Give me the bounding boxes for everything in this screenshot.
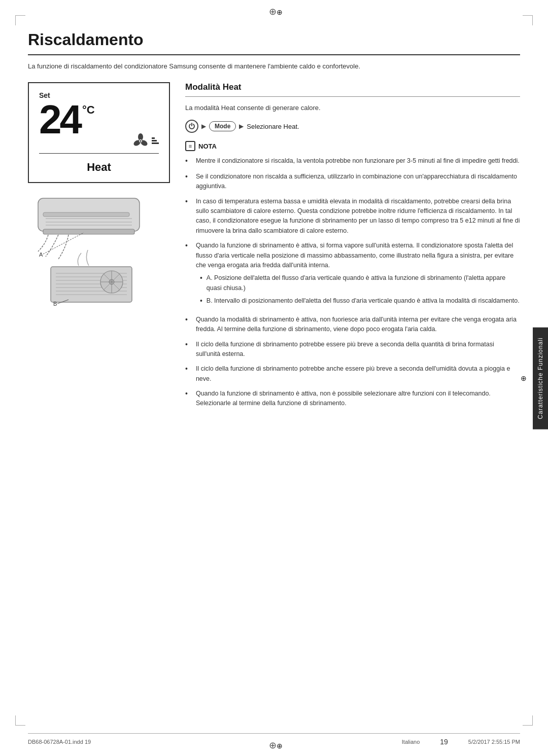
nota-item-7: Il ciclo della funzione di sbrinamento p… <box>185 364 520 384</box>
corner-mark-bl <box>15 715 25 726</box>
power-button-icon <box>185 120 198 133</box>
nota-item-6: Il ciclo della funzione di sbrinamento p… <box>185 340 520 359</box>
footer-filename: DB68-06728A-01.indd 19 <box>28 739 91 745</box>
svg-point-1 <box>138 133 143 140</box>
nota-item-2: Se il condizionatore non riscalda a suff… <box>185 172 520 192</box>
arrow-right-2: ▶ <box>239 123 244 130</box>
svg-rect-10 <box>43 212 129 217</box>
temperature-unit: °C <box>82 104 95 116</box>
temperature-number: 24 <box>39 101 80 138</box>
instruction-suffix: Selezionare Heat. <box>247 123 299 130</box>
ac-unit-svg: A <box>28 193 155 310</box>
ac-unit-illustration: A <box>28 193 155 310</box>
nota-item-8: Quando la funzione di sbrinamento è atti… <box>185 389 520 409</box>
signal-bars <box>152 137 159 144</box>
nota-item-3: In caso di temperatura esterna bassa e u… <box>185 197 520 236</box>
two-col-layout: Set 24 °C <box>28 82 520 414</box>
mode-instruction: ▶ Mode ▶ Selezionare Heat. <box>185 120 520 133</box>
heat-label: Heat <box>39 158 159 177</box>
set-heat-display-box: Set 24 °C <box>28 82 170 183</box>
sub-item-a: A. Posizione dell'aletta del flusso d'ar… <box>200 273 520 293</box>
sub-list: A. Posizione dell'aletta del flusso d'ar… <box>200 273 520 306</box>
right-column: Modalità Heat La modalità Heat consente … <box>185 82 520 414</box>
corner-mark-tl <box>15 15 25 25</box>
right-side-mark: ⊕ <box>521 374 527 382</box>
nota-label: NOTA <box>198 142 217 150</box>
crosshair-right-icon: ⊕ <box>521 374 527 382</box>
section-description: La modalità Heat consente di generare ca… <box>185 103 520 113</box>
intro-text: La funzione di riscaldamento del condizi… <box>28 61 520 72</box>
corner-mark-br <box>523 715 533 726</box>
section-title: Modalità Heat <box>185 82 520 97</box>
page-footer: DB68-06728A-01.indd 19 Italiano 19 5/2/2… <box>28 733 520 746</box>
nota-bullet-list: Mentre il condizionatore si riscalda, la… <box>185 156 520 409</box>
footer-right: Italiano 19 5/2/2017 2:55:15 PM <box>402 738 520 746</box>
svg-point-5 <box>140 140 142 141</box>
mode-button: Mode <box>209 121 236 131</box>
center-mark-top: ⊕ <box>269 6 279 16</box>
fan-icon <box>131 133 150 149</box>
nota-icon: ≡ <box>185 141 195 151</box>
left-column: Set 24 °C <box>28 82 170 414</box>
arrow-right-1: ▶ <box>201 123 206 130</box>
page-container: ⊕ ⊕ ⊕ Caratteristiche Funzionali Riscald… <box>0 0 548 756</box>
nota-item-1: Mentre il condizionatore si riscalda, la… <box>185 156 520 167</box>
sub-item-b: B. Intervallo di posizionamento dell'ale… <box>200 296 520 307</box>
power-svg <box>188 123 195 130</box>
footer-language: Italiano <box>402 739 420 745</box>
page-title: Riscaldamento <box>28 30 520 55</box>
footer-datetime: 5/2/2017 2:55:15 PM <box>468 739 520 745</box>
crosshair-icon: ⊕ <box>269 6 279 16</box>
footer-page-number: 19 <box>440 738 448 746</box>
sidebar-tab: Caratteristiche Funzionali <box>533 327 548 429</box>
svg-text:A: A <box>39 251 43 258</box>
svg-text:B: B <box>53 301 57 307</box>
nota-item-4: Quando la funzione di sbrinamento è atti… <box>185 241 520 310</box>
corner-mark-tr <box>523 15 533 25</box>
svg-rect-11 <box>43 229 134 234</box>
divider-line <box>39 153 159 154</box>
nota-section: ≡ NOTA Mentre il condizionatore si risca… <box>185 141 520 409</box>
nota-item-5: Quando la modalità di sbrinamento è atti… <box>185 315 520 335</box>
modalita-heat-section: Modalità Heat La modalità Heat consente … <box>185 82 520 133</box>
nota-header: ≡ NOTA <box>185 141 520 151</box>
main-content: Riscaldamento La funzione di riscaldamen… <box>28 30 520 715</box>
